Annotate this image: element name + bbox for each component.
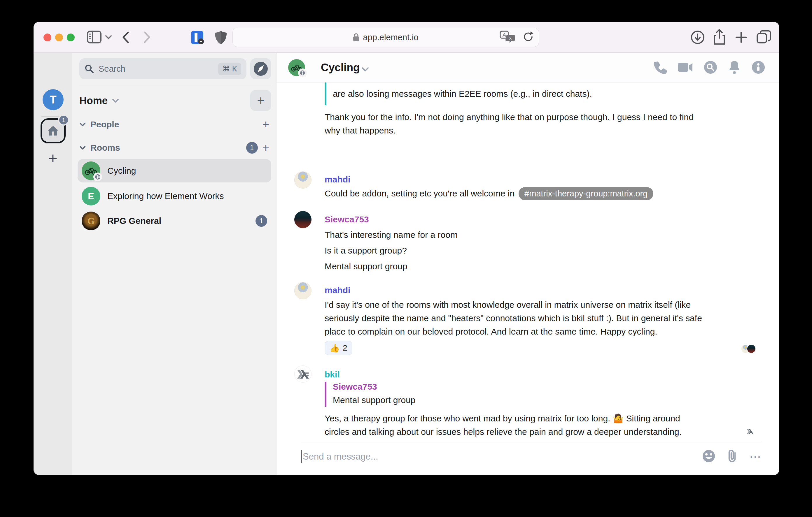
room-item-rpg-general[interactable]: G RPG General 1: [78, 209, 271, 233]
read-receipt-avatar[interactable]: [746, 427, 755, 436]
reaction-count: 2: [343, 343, 347, 353]
message-text[interactable]: That's interesting name for a room: [325, 228, 458, 242]
mahdi-avatar[interactable]: [294, 171, 312, 188]
room-list-sidebar: ⌘ K Home + People + Rooms 1 +: [72, 53, 277, 475]
tab-overview-button[interactable]: [756, 30, 772, 44]
attachment-icon[interactable]: [727, 449, 738, 464]
url-text: app.element.io: [363, 33, 418, 42]
search-input[interactable]: [98, 64, 213, 74]
user-avatar[interactable]: T: [42, 89, 64, 110]
rooms-section-label: Rooms: [90, 143, 120, 153]
voice-call-icon[interactable]: [653, 61, 667, 75]
read-receipts[interactable]: [741, 344, 756, 354]
chat-panel: Cycling are also losing messages within …: [277, 53, 779, 475]
room-link-pill[interactable]: #matrix-therapy-group:matrix.org: [519, 187, 653, 200]
forward-button[interactable]: [143, 31, 152, 43]
room-name: Cycling: [107, 166, 136, 176]
siewca-avatar[interactable]: [294, 211, 312, 228]
more-options-icon[interactable]: ⋯: [749, 450, 762, 463]
address-bar[interactable]: app.element.io Ax: [232, 28, 539, 47]
search-box[interactable]: ⌘ K: [79, 58, 246, 79]
read-receipts[interactable]: [746, 427, 755, 436]
shield-extension-icon[interactable]: [214, 30, 227, 45]
room-info-icon[interactable]: [751, 60, 765, 75]
safari-window: app.element.io Ax T: [33, 22, 779, 475]
notifications-bell-icon[interactable]: [728, 60, 741, 75]
add-room-button[interactable]: +: [250, 90, 271, 111]
browser-toolbar: app.element.io Ax: [33, 22, 779, 53]
share-button[interactable]: [713, 29, 726, 45]
space-name: Home: [79, 95, 108, 107]
space-name-dropdown[interactable]: Home: [79, 90, 119, 111]
mahdi-avatar[interactable]: [294, 282, 312, 299]
chevron-down-icon[interactable]: [105, 35, 112, 39]
public-room-globe-icon: [298, 68, 307, 77]
downloads-button[interactable]: [690, 30, 705, 44]
minimize-window-button[interactable]: [55, 33, 63, 41]
room-item-exploring[interactable]: E Exploring how Element Works: [78, 184, 271, 208]
bkil-avatar[interactable]: [294, 365, 312, 383]
quote-text: are also losing messages within E2EE roo…: [333, 83, 707, 100]
chevron-down-icon: [79, 122, 86, 127]
sidebar-toggle-icon[interactable]: [87, 31, 102, 43]
read-receipt-avatar[interactable]: [747, 344, 756, 354]
message-text[interactable]: Is it a support group?: [325, 244, 407, 257]
quoted-message[interactable]: are also losing messages within E2EE roo…: [325, 83, 707, 105]
space-rail: T 1 +: [33, 53, 72, 475]
rooms-section-header[interactable]: Rooms 1 +: [79, 141, 269, 155]
add-room-plus-button[interactable]: +: [262, 141, 269, 154]
people-section-header[interactable]: People +: [79, 117, 269, 132]
text-cursor: [301, 450, 301, 463]
search-shortcut-badge: ⌘ K: [218, 63, 241, 75]
password-extension-icon[interactable]: [191, 30, 205, 45]
message-composer[interactable]: ⋯: [301, 447, 762, 467]
back-button[interactable]: [121, 31, 130, 43]
chevron-down-icon[interactable]: [361, 67, 369, 72]
message-row[interactable]: Could be addon, setting etc you're all w…: [325, 187, 653, 200]
quote-author: Siewca753: [333, 382, 707, 392]
room-search-icon[interactable]: [703, 60, 718, 75]
public-room-globe-icon: [93, 173, 102, 181]
chevron-down-icon: [79, 145, 86, 150]
exploring-room-avatar: E: [82, 187, 100, 206]
compass-icon: [253, 61, 268, 77]
room-header-avatar[interactable]: [288, 59, 305, 76]
room-title[interactable]: Cycling: [321, 61, 360, 74]
thumbs-up-emoji: 👍: [329, 343, 340, 353]
message-text[interactable]: I'd say it's one of the rooms with most …: [325, 298, 707, 338]
sender-name[interactable]: bkil: [325, 369, 340, 379]
message-timeline[interactable]: are also losing messages within E2EE roo…: [277, 83, 779, 437]
quoted-message[interactable]: Siewca753 Mental support group: [325, 382, 707, 407]
svg-text:x: x: [509, 35, 512, 40]
zoom-window-button[interactable]: [67, 33, 75, 41]
video-call-icon[interactable]: [677, 61, 693, 74]
chevron-down-icon: [112, 98, 119, 103]
sender-name[interactable]: Siewca753: [325, 214, 369, 224]
reaction-pill[interactable]: 👍 2: [325, 341, 352, 355]
create-space-button[interactable]: +: [33, 149, 72, 168]
message-input[interactable]: [303, 451, 702, 462]
translate-icon[interactable]: Ax: [500, 31, 515, 44]
add-people-button[interactable]: +: [262, 118, 269, 131]
rpg-room-avatar: G: [82, 212, 100, 230]
sidebar-divider: [79, 84, 271, 84]
reload-icon[interactable]: [522, 31, 534, 44]
message-text[interactable]: Mental support group: [325, 260, 407, 273]
room-unread-badge: 1: [256, 215, 267, 227]
haskell-logo-icon: [297, 370, 309, 378]
emoji-picker-icon[interactable]: [702, 449, 716, 464]
sender-name[interactable]: mahdi: [325, 285, 350, 295]
message-text[interactable]: Yes, a therapy group for those who went …: [325, 412, 707, 437]
room-header: Cycling: [277, 53, 779, 83]
home-icon: [47, 125, 59, 137]
close-window-button[interactable]: [44, 33, 51, 41]
people-section-label: People: [90, 120, 119, 129]
explore-rooms-button[interactable]: [250, 58, 271, 79]
sender-name[interactable]: mahdi: [325, 175, 350, 184]
message-text[interactable]: Thank you for the info. I'm not doing an…: [325, 111, 707, 137]
lock-icon: [353, 33, 359, 42]
cycling-room-avatar: [82, 161, 100, 180]
svg-text:A: A: [502, 32, 506, 38]
new-tab-button[interactable]: [735, 31, 748, 44]
room-item-cycling[interactable]: Cycling: [78, 159, 271, 182]
